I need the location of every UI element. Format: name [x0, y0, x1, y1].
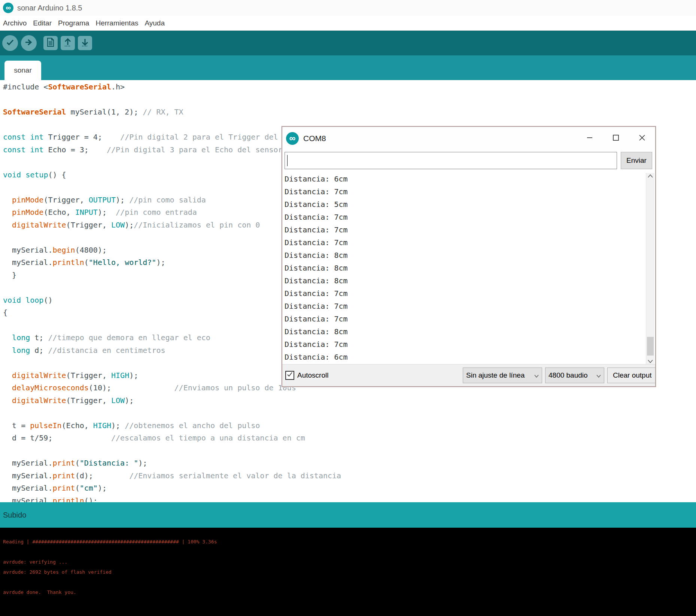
serial-line: Distancia: 8cm: [285, 251, 655, 263]
serial-settings: Sin ajuste de línea 4800 baudio Clear ou…: [463, 368, 655, 383]
serial-line: Distancia: 7cm: [285, 289, 655, 302]
menu-item-programa[interactable]: Programa: [58, 19, 89, 27]
serial-line: Distancia: 7cm: [285, 238, 655, 251]
build-console[interactable]: Reading | ##############################…: [0, 528, 696, 616]
save-icon: [80, 37, 89, 49]
send-button[interactable]: Enviar: [621, 152, 652, 169]
serial-line: Distancia: 7cm: [285, 213, 655, 225]
code-line: [3, 408, 696, 421]
serial-line: Distancia: 7cm: [285, 225, 655, 238]
status-bar: Subido: [0, 502, 696, 528]
serial-line: Distancia: 7cm: [285, 302, 655, 314]
scroll-up-icon[interactable]: [646, 174, 654, 178]
chevron-down-icon: [534, 371, 539, 379]
console-line: [3, 579, 696, 589]
new-sketch-button[interactable]: [43, 36, 58, 50]
verify-icon: [6, 38, 15, 48]
serial-line: Distancia: 8cm: [285, 327, 655, 340]
console-line: Reading | ##############################…: [3, 539, 696, 549]
arduino-logo-icon: ∞: [3, 3, 13, 13]
toolbar: [0, 31, 696, 55]
serial-line: Distancia: 8cm: [285, 276, 655, 289]
menu-item-ayuda[interactable]: Ayuda: [145, 19, 165, 27]
upload-button[interactable]: [21, 35, 37, 51]
title-bar: ∞ sonar Arduino 1.8.5: [0, 0, 696, 16]
text-caret: [287, 155, 288, 166]
tab-label: sonar: [14, 66, 32, 74]
new-sketch-icon: [46, 38, 55, 48]
verify-button[interactable]: [2, 35, 18, 51]
baud-rate-select[interactable]: 4800 baudio: [545, 368, 604, 383]
check-icon: [287, 372, 293, 379]
serial-line: Distancia: 7cm: [285, 340, 655, 353]
window-controls: [577, 127, 655, 150]
serial-line: Distancia: 5cm: [285, 200, 655, 213]
open-button[interactable]: [61, 36, 75, 50]
upload-icon: [24, 38, 33, 48]
close-button[interactable]: [629, 127, 655, 150]
menu-bar: ArchivoEditarProgramaHerramientasAyuda: [0, 16, 696, 31]
arduino-logo-icon: ∞: [286, 132, 299, 145]
menu-item-archivo[interactable]: Archivo: [3, 19, 27, 27]
code-line: #include <SoftwareSerial.h>: [3, 82, 696, 95]
console-line: avrdude: 2692 bytes of flash verified: [3, 569, 696, 579]
code-line: mySerial.print(d); //Enviamos serialment…: [3, 471, 696, 484]
code-line: [3, 95, 696, 108]
scrollbar-thumb[interactable]: [647, 337, 654, 356]
maximize-button[interactable]: [603, 127, 629, 150]
code-line: d = t/59; //escalamos el tiempo a una di…: [3, 433, 696, 446]
tab-sonar[interactable]: sonar: [4, 61, 41, 80]
serial-bottom-bar: Autoscroll Sin ajuste de línea 4800 baud…: [282, 364, 655, 386]
serial-title-bar[interactable]: ∞ COM8: [282, 127, 655, 150]
code-line: t = pulseIn(Echo, HIGH); //obtenemos el …: [3, 421, 696, 434]
line-ending-value: Sin ajuste de línea: [466, 371, 525, 379]
scrollbar[interactable]: [646, 173, 654, 365]
code-line: mySerial.print("cm");: [3, 484, 696, 496]
menu-item-editar[interactable]: Editar: [33, 19, 52, 27]
tab-strip: sonar: [0, 55, 696, 80]
open-icon: [63, 37, 72, 49]
code-line: [3, 446, 696, 459]
serial-input[interactable]: [285, 152, 617, 169]
serial-line: Distancia: 6cm: [285, 174, 655, 187]
status-message: Subido: [3, 511, 26, 519]
line-ending-select[interactable]: Sin ajuste de línea: [463, 368, 542, 383]
serial-line: Distancia: 7cm: [285, 187, 655, 200]
close-icon: [638, 134, 646, 143]
serial-monitor-window: ∞ COM8 Enviar Distancia: 6cmDi: [282, 126, 656, 387]
code-line: mySerial.print("Distancia: ");: [3, 458, 696, 471]
scroll-down-icon[interactable]: [646, 360, 654, 363]
minimize-icon: [586, 134, 593, 143]
minimize-button[interactable]: [577, 127, 603, 150]
code-line: digitalWrite(Trigger, LOW);: [3, 396, 696, 409]
menu-item-herramientas[interactable]: Herramientas: [95, 19, 138, 27]
serial-line: Distancia: 6cm: [285, 353, 655, 365]
autoscroll-checkbox[interactable]: [285, 371, 294, 380]
autoscroll-label: Autoscroll: [297, 371, 328, 379]
serial-line: Distancia: 8cm: [285, 263, 655, 276]
serial-line: Distancia: 7cm: [285, 314, 655, 327]
serial-output[interactable]: Distancia: 6cmDistancia: 7cmDistancia: 5…: [282, 173, 655, 365]
serial-window-title: COM8: [303, 134, 326, 143]
maximize-icon: [612, 134, 620, 143]
serial-input-row: Enviar: [282, 150, 655, 173]
code-line: SoftwareSerial mySerial(1, 2); // RX, TX: [3, 107, 696, 120]
window-title: sonar Arduino 1.8.5: [17, 4, 82, 12]
clear-output-button[interactable]: Clear output: [607, 368, 655, 383]
baud-rate-value: 4800 baudio: [548, 371, 588, 379]
console-line: avrdude done. Thank you.: [3, 589, 696, 600]
chevron-down-icon: [596, 371, 601, 379]
console-line: avrdude: verifying ...: [3, 559, 696, 569]
console-line: [3, 549, 696, 559]
save-button[interactable]: [78, 36, 92, 50]
